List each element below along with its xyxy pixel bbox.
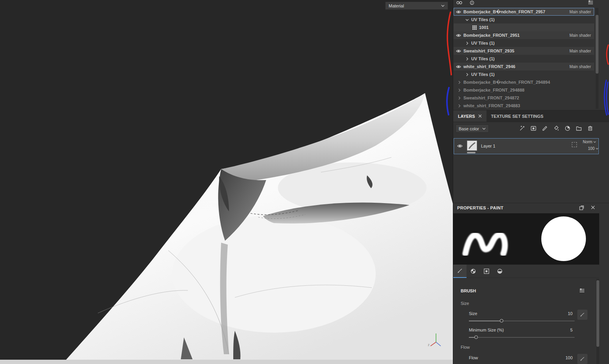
texture-set-row[interactable]: Sweatshirt_FRONT_2935 Main shader — [454, 47, 594, 55]
layer-opacity-dropdown[interactable]: 100 — [583, 146, 598, 151]
min-size-slider[interactable] — [469, 335, 575, 339]
sphere-icon — [497, 268, 503, 274]
eye-icon[interactable] — [457, 144, 463, 148]
chevron-down-icon — [441, 4, 445, 7]
uv-tiles-row[interactable]: UV Tiles (1) — [454, 39, 594, 47]
uv-tiles-label: UV Tiles (1) — [471, 72, 495, 77]
texture-set-row-hidden[interactable]: Sweatshirt_FRONT_294872 — [454, 94, 594, 102]
glasses-icon[interactable] — [456, 0, 462, 5]
tab-brush[interactable] — [453, 265, 467, 278]
chevron-down-icon — [596, 147, 598, 150]
texture-set-name: Bomberjacke_B�ndchen_FRONT_294894 — [463, 80, 550, 85]
size-link-button[interactable] — [577, 310, 587, 320]
layer-row[interactable]: Layer 1 Norm 100 — [454, 138, 599, 154]
wand-icon[interactable] — [519, 125, 525, 132]
fill-icon[interactable] — [553, 125, 559, 132]
eye-icon[interactable] — [456, 65, 461, 68]
brush-icon — [457, 268, 463, 274]
texture-set-row[interactable]: white_shirt_FRONT_2946 Main shader — [454, 63, 594, 70]
texture-set-row-hidden[interactable]: white_shirt_FRONT_294883 — [454, 102, 594, 110]
shader-label[interactable]: Main shader — [569, 49, 592, 53]
shader-label[interactable]: Main shader — [569, 33, 592, 38]
brush-icon[interactable] — [542, 125, 548, 132]
texture-set-name: white_shirt_FRONT_2946 — [463, 64, 515, 69]
filter-icon[interactable] — [588, 0, 593, 5]
layers-toolbar: Base color — [453, 122, 609, 135]
shader-label[interactable]: Main shader — [569, 65, 592, 69]
uv-tiles-row[interactable]: UV Tiles (1) — [454, 70, 594, 78]
flow-param-label: Flow — [469, 355, 478, 360]
tab-stencil[interactable] — [480, 265, 493, 278]
uv-tiles-label: UV Tiles (1) — [471, 56, 495, 61]
texture-set-scrollbar[interactable] — [596, 8, 598, 109]
trash-icon[interactable] — [587, 125, 593, 132]
axis-gizmo[interactable] — [427, 331, 446, 351]
folder-icon[interactable] — [576, 125, 582, 132]
brush-icon — [580, 312, 585, 317]
slider-knob[interactable] — [500, 319, 503, 323]
texture-set-row-hidden[interactable]: Bomberjacke_FRONT_294888 — [454, 86, 594, 94]
flow-group-label: Flow — [461, 345, 470, 350]
layer-blend-dropdown[interactable]: Norm — [583, 140, 598, 144]
scrollbar-handle[interactable] — [596, 280, 599, 347]
channel-filter-dropdown[interactable]: Base color — [456, 124, 489, 133]
close-icon[interactable] — [591, 205, 595, 209]
3d-viewport[interactable]: Material z — [0, 0, 453, 364]
presets-icon[interactable] — [579, 288, 585, 293]
undock-icon[interactable] — [579, 205, 584, 210]
layer-stack[interactable]: Layer 1 Norm 100 — [453, 135, 609, 203]
flow-param-value[interactable]: 100 — [547, 355, 573, 360]
properties-panel: PROPERTIES - PAINT BRUSH — [453, 203, 609, 364]
eye-icon[interactable] — [456, 49, 461, 53]
chevron-right-icon[interactable] — [458, 88, 461, 92]
size-param-label: Size — [469, 311, 477, 316]
close-icon[interactable] — [478, 114, 482, 118]
brush-preview — [453, 213, 599, 265]
chevron-down-icon[interactable] — [465, 18, 469, 22]
tab-layers[interactable]: LAYERS — [453, 110, 486, 122]
slider-track[interactable] — [469, 337, 575, 338]
channel-filter-value: Base color — [459, 126, 479, 131]
tab-texture-set-settings[interactable]: TEXTURE SET SETTINGS — [486, 110, 548, 122]
chevron-right-icon[interactable] — [465, 41, 469, 45]
size-slider[interactable] — [469, 319, 575, 323]
flow-link-button[interactable] — [577, 354, 587, 364]
chevron-right-icon[interactable] — [458, 104, 461, 108]
right-panel: Bomberjacke_B�ndchen_FRONT_2957 Main sha… — [453, 0, 609, 364]
texture-set-list-header — [453, 0, 609, 6]
brush-icon — [580, 356, 585, 362]
eye-icon[interactable] — [456, 34, 461, 37]
texture-set-row-hidden[interactable]: Bomberjacke_B�ndchen_FRONT_294894 — [454, 78, 594, 86]
uv-tiles-row[interactable]: UV Tiles (1) — [454, 55, 594, 63]
slider-knob[interactable] — [474, 335, 478, 339]
layer-thumbnail[interactable] — [467, 141, 477, 151]
uv-tile-row[interactable]: 1001 — [454, 23, 594, 31]
texture-set-row[interactable]: Bomberjacke_FRONT_2951 Main shader — [454, 31, 594, 39]
brush-section-title: BRUSH — [461, 288, 476, 293]
viewport-material-dropdown[interactable]: Material — [385, 2, 448, 10]
chevron-right-icon[interactable] — [458, 81, 461, 84]
properties-tabs — [453, 265, 599, 278]
texture-set-row[interactable]: Bomberjacke_B�ndchen_FRONT_2957 Main sha… — [454, 8, 594, 16]
chevron-right-icon[interactable] — [465, 57, 469, 61]
slider-fill — [469, 321, 502, 321]
chevron-right-icon[interactable] — [465, 73, 469, 76]
chevron-right-icon[interactable] — [458, 96, 461, 100]
texture-set-list: Bomberjacke_B�ndchen_FRONT_2957 Main sha… — [453, 0, 609, 110]
shader-label[interactable]: Main shader — [569, 10, 592, 14]
layer-name[interactable]: Layer 1 — [481, 144, 495, 148]
tab-alpha[interactable] — [467, 265, 480, 278]
info-icon[interactable] — [470, 0, 474, 5]
tab-material[interactable] — [493, 265, 506, 278]
properties-scrollbar[interactable] — [596, 279, 599, 364]
eye-icon[interactable] — [456, 10, 461, 14]
uv-tiles-row[interactable]: UV Tiles (1) — [454, 16, 594, 23]
brush-stroke-thumb — [467, 141, 477, 150]
min-size-param-value[interactable]: 5 — [547, 328, 573, 332]
panel-tab-bar: LAYERS TEXTURE SET SETTINGS — [453, 110, 609, 122]
mask-icon[interactable] — [530, 125, 537, 132]
smudge-icon[interactable] — [564, 125, 571, 132]
scrollbar-handle[interactable] — [596, 15, 598, 74]
layer-mask-slot[interactable] — [572, 142, 577, 147]
size-param-value[interactable]: 10 — [547, 311, 573, 316]
